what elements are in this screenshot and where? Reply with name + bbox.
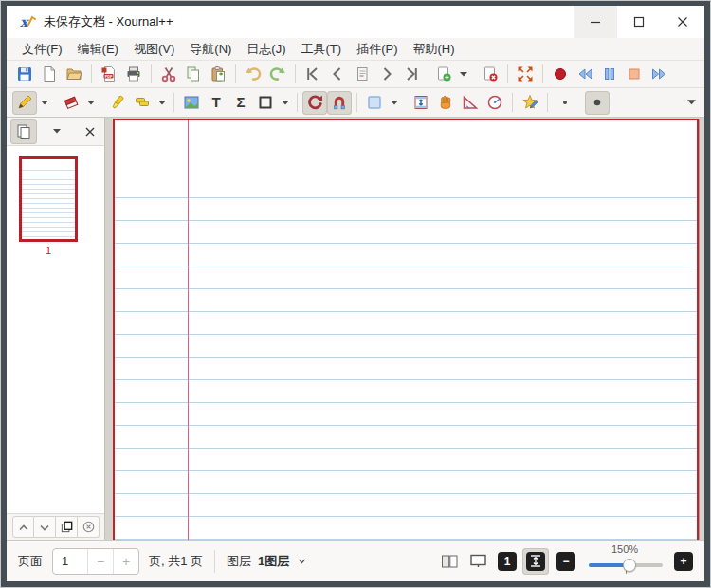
menu-edit[interactable]: 编辑(E): [70, 38, 126, 61]
zoom-in-button[interactable]: +: [674, 552, 693, 571]
audio-record-button[interactable]: [548, 63, 573, 86]
select-pdf-text-button[interactable]: [130, 91, 155, 115]
menu-file[interactable]: 文件(F): [14, 38, 70, 61]
print-icon: [125, 65, 142, 83]
export-pdf-button[interactable]: PDF: [97, 63, 121, 86]
scroll-down-button[interactable]: [34, 516, 56, 538]
page-decrement-button[interactable]: −: [87, 549, 113, 574]
chevron-down-icon: [38, 522, 51, 533]
thickness-fine-button[interactable]: [553, 91, 577, 115]
zoom-fit-button[interactable]: [522, 548, 549, 575]
cut-button[interactable]: [156, 63, 181, 86]
layer-value[interactable]: 1图层: [258, 553, 289, 570]
chevron-down-icon: [687, 100, 696, 105]
previous-page-icon: [329, 65, 346, 83]
snap-magnet-button[interactable]: [327, 91, 352, 115]
first-page-button[interactable]: [301, 63, 325, 86]
pdf-text-select-icon: [134, 94, 151, 111]
pen-options-dropdown[interactable]: [37, 91, 51, 115]
menu-journal[interactable]: 日志(J): [239, 38, 293, 61]
presentation-mode-button[interactable]: [465, 550, 490, 573]
eraser-options-dropdown[interactable]: [83, 91, 98, 115]
paired-pages-button[interactable]: [437, 550, 462, 573]
menu-tools[interactable]: 工具(T): [294, 38, 350, 61]
separator: [297, 93, 298, 112]
sidebar-dropdown[interactable]: [46, 119, 67, 144]
zoom-out-button[interactable]: −: [556, 552, 575, 571]
pdf-text-select-dropdown[interactable]: [155, 91, 169, 115]
menu-bar: 文件(F) 编辑(E) 视图(V) 导航(N) 日志(J) 工具(T) 插件(P…: [7, 38, 704, 61]
fullscreen-button[interactable]: [513, 63, 538, 86]
previous-page-button[interactable]: [325, 63, 350, 86]
compass-button[interactable]: [483, 91, 507, 115]
vertical-space-icon: [412, 94, 429, 111]
add-page-dropdown[interactable]: [456, 63, 470, 86]
scroll-up-button[interactable]: [12, 516, 34, 538]
select-rect-button[interactable]: [362, 91, 387, 115]
page-spinner-value[interactable]: 1: [53, 549, 87, 574]
sidebar-page-preview-button[interactable]: [10, 119, 37, 144]
insert-image-button[interactable]: [179, 91, 204, 115]
save-button[interactable]: [12, 63, 37, 86]
record-icon: [552, 65, 569, 83]
new-document-button[interactable]: [37, 63, 62, 86]
audio-pause-button[interactable]: [597, 63, 622, 86]
menu-view[interactable]: 视图(V): [126, 38, 182, 61]
menu-navigation[interactable]: 导航(N): [182, 38, 239, 61]
new-document-icon: [41, 65, 58, 83]
thickness-menu-dropdown[interactable]: [684, 91, 699, 115]
shape-recognizer-button[interactable]: [302, 91, 327, 115]
maximize-button[interactable]: [617, 6, 661, 38]
undo-button[interactable]: [241, 63, 265, 86]
first-page-icon: [304, 65, 321, 83]
open-button[interactable]: [62, 63, 86, 86]
shape-tool-button[interactable]: [253, 91, 278, 115]
zoom-100-button[interactable]: 1: [498, 552, 517, 571]
slider-thumb[interactable]: [623, 559, 636, 572]
tex-tool-button[interactable]: Σ: [228, 91, 253, 115]
xournalpp-window: x 未保存文档 - Xournal++ 文件(F) 编辑(E) 视图(V) 导航…: [7, 6, 704, 581]
print-button[interactable]: [121, 63, 146, 86]
copy-button[interactable]: [181, 63, 206, 86]
highlighter-tool-button[interactable]: [105, 91, 130, 115]
favorite-tool-button[interactable]: [518, 91, 542, 115]
text-tool-button[interactable]: T: [204, 91, 228, 115]
thumbnail-page-number: 1: [19, 245, 78, 256]
vertical-space-button[interactable]: [409, 91, 433, 115]
menu-help[interactable]: 帮助(H): [405, 38, 462, 61]
close-icon: [85, 127, 95, 137]
thickness-medium-button[interactable]: [585, 91, 610, 115]
duplicate-page-button[interactable]: [56, 516, 78, 538]
zoom-slider[interactable]: 150%: [589, 547, 663, 576]
next-page-button[interactable]: [374, 63, 399, 86]
select-rect-dropdown[interactable]: [387, 91, 401, 115]
audio-stop-button[interactable]: [622, 63, 647, 86]
redo-button[interactable]: [265, 63, 290, 86]
layer-dropdown[interactable]: [298, 559, 306, 564]
add-page-button[interactable]: [431, 63, 456, 86]
audio-forward-button[interactable]: [647, 63, 671, 86]
pen-tool-button[interactable]: [12, 91, 37, 115]
last-page-button[interactable]: [399, 63, 424, 86]
sidebar-close-button[interactable]: [80, 119, 100, 144]
eraser-icon: [63, 94, 80, 111]
document-canvas[interactable]: [105, 118, 704, 540]
hand-tool-button[interactable]: [433, 91, 458, 115]
page-thumbnail-1[interactable]: [19, 156, 78, 242]
eraser-tool-button[interactable]: [59, 91, 83, 115]
paste-button[interactable]: [206, 63, 230, 86]
menu-plugins[interactable]: 插件(P): [349, 38, 405, 61]
minimize-button[interactable]: [574, 6, 617, 38]
close-button[interactable]: [661, 6, 704, 38]
close-panel-button[interactable]: [78, 516, 100, 538]
goto-page-button[interactable]: [350, 63, 374, 86]
window-controls: [574, 6, 704, 38]
audio-rewind-button[interactable]: [573, 63, 597, 86]
page-increment-button[interactable]: +: [113, 549, 138, 574]
setsquare-icon: [462, 94, 479, 111]
document-page[interactable]: [113, 119, 699, 540]
paste-clipboard-icon: [210, 65, 227, 83]
setsquare-button[interactable]: [458, 91, 483, 115]
delete-page-button[interactable]: [478, 63, 502, 86]
shape-tool-dropdown[interactable]: [278, 91, 292, 115]
